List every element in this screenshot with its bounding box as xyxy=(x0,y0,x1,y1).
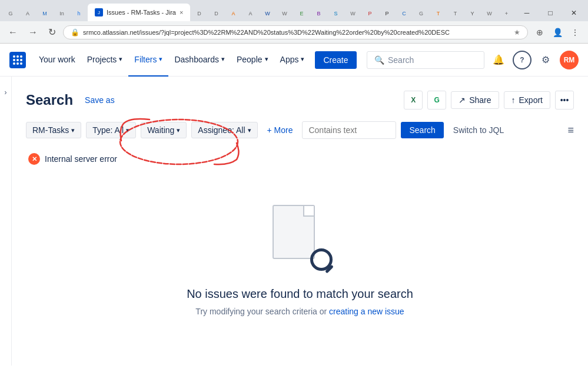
save-as-button[interactable]: Save as xyxy=(80,93,119,107)
filters-bar: RM-Tasks ▾ Type: All ▾ Waiting ▾ Assig xyxy=(26,121,574,139)
settings-btn[interactable]: ⚙ xyxy=(536,51,555,69)
nav-right: 🔍 Search 🔔 ? ⚙ RM xyxy=(367,51,579,69)
browser-toolbar: ← → ↻ 🔒 srmco.atlassian.net/issues/?jql=… xyxy=(0,21,588,44)
global-search[interactable]: 🔍 Search xyxy=(367,51,484,69)
nav-items: Your work Projects ▾ Filters ▾ Dashboard… xyxy=(33,44,367,77)
nav-projects[interactable]: Projects ▾ xyxy=(81,44,129,77)
apps-chevron: ▾ xyxy=(301,55,304,63)
list-view-icon: ≡ xyxy=(567,124,574,136)
create-button[interactable]: Create xyxy=(315,51,356,69)
empty-state-illustration xyxy=(268,205,333,276)
page-actions: X G ↗ Share ↑ Export ••• xyxy=(404,91,574,109)
sidebar-toggle[interactable]: › xyxy=(0,77,12,366)
search-icon: 🔍 xyxy=(374,55,384,65)
type-filter[interactable]: Type: All ▾ xyxy=(86,122,136,138)
browser-tabs: G A M In h J Issues - RM-Tasks - Jira × … xyxy=(0,0,588,21)
profile-icon[interactable]: 👤 xyxy=(549,24,566,41)
page-title: Search xyxy=(26,92,73,108)
error-row: ✕ Internal server error xyxy=(26,148,574,170)
export-button[interactable]: ↑ Export xyxy=(504,91,550,109)
nav-your-work[interactable]: Your work xyxy=(33,44,81,77)
minimize-btn[interactable]: ─ xyxy=(515,5,539,21)
more-actions-button[interactable]: ••• xyxy=(555,91,574,109)
assignee-filter[interactable]: Assignee: All ▾ xyxy=(191,122,257,138)
sheets-export-icon[interactable]: G xyxy=(427,91,446,109)
refresh-button[interactable]: ↻ xyxy=(45,24,59,40)
assignee-filter-chevron: ▾ xyxy=(248,127,251,134)
page-header: Search Save as X G ↗ Share ↑ Export xyxy=(26,91,574,109)
create-new-issue-link[interactable]: creating a new issue xyxy=(329,307,404,316)
address-bar[interactable]: 🔒 srmco.atlassian.net/issues/?jql=projec… xyxy=(63,25,528,39)
error-icon: ✕ xyxy=(28,153,40,165)
nav-people[interactable]: People ▾ xyxy=(231,44,274,77)
extensions-icon[interactable]: ⊕ xyxy=(531,24,548,41)
user-avatar[interactable]: RM xyxy=(560,51,579,69)
window-controls: ─ □ ✕ xyxy=(515,5,586,21)
status-filter-chevron: ▾ xyxy=(177,127,180,134)
error-message: Internal server error xyxy=(45,154,117,164)
nav-logo[interactable] xyxy=(9,52,26,68)
ellipsis-icon: ••• xyxy=(560,95,569,105)
projects-chevron: ▾ xyxy=(119,55,122,63)
doc-shape xyxy=(273,205,315,259)
contains-text-input[interactable] xyxy=(302,121,396,139)
logo-dots xyxy=(13,55,22,65)
filters-wrapper: RM-Tasks ▾ Type: All ▾ Waiting ▾ Assig xyxy=(26,121,574,139)
url-text: srmco.atlassian.net/issues/?jql=project%… xyxy=(83,29,510,36)
notifications-btn[interactable]: 🔔 xyxy=(489,51,508,69)
active-tab[interactable]: J Issues - RM-Tasks - Jira × xyxy=(88,4,190,21)
type-filter-chevron: ▾ xyxy=(126,127,129,134)
tab-title: Issues - RM-Tasks - Jira xyxy=(107,9,176,16)
nav-dashboards[interactable]: Dashboards ▾ xyxy=(168,44,231,77)
more-icon[interactable]: ⋮ xyxy=(567,24,583,41)
share-icon: ↗ xyxy=(459,95,466,105)
excel-export-icon[interactable]: X xyxy=(404,91,423,109)
share-button[interactable]: ↗ Share xyxy=(451,91,499,109)
project-filter-chevron: ▾ xyxy=(71,127,75,134)
page-layout: › Search Save as X G ↗ Share xyxy=(0,77,588,366)
doc-fold xyxy=(303,206,314,217)
more-filters-button[interactable]: + More xyxy=(263,122,298,138)
back-button[interactable]: ← xyxy=(5,25,21,40)
empty-state-title: No issues were found to match your searc… xyxy=(187,287,413,301)
project-filter[interactable]: RM-Tasks ▾ xyxy=(26,122,81,138)
browser-frame: G A M In h J Issues - RM-Tasks - Jira × … xyxy=(0,0,588,373)
tab-favicon: J xyxy=(95,8,103,16)
dashboards-chevron: ▾ xyxy=(221,55,225,63)
sidebar-arrow-icon: › xyxy=(5,88,7,97)
gear-icon: ⚙ xyxy=(542,54,550,65)
browser-toolbar-icons: ⊕ 👤 ⋮ xyxy=(531,24,583,41)
empty-state: No issues were found to match your searc… xyxy=(26,170,574,351)
export-icon: ↑ xyxy=(511,95,516,105)
filters-chevron: ▾ xyxy=(159,55,162,63)
bell-icon: 🔔 xyxy=(493,54,504,65)
app: Your work Projects ▾ Filters ▾ Dashboard… xyxy=(0,44,588,373)
maximize-btn[interactable]: □ xyxy=(539,5,562,21)
status-filter[interactable]: Waiting ▾ xyxy=(141,122,187,138)
nav-filters[interactable]: Filters ▾ xyxy=(128,44,168,77)
people-chevron: ▾ xyxy=(265,55,268,63)
forward-button[interactable]: → xyxy=(25,25,41,40)
close-btn[interactable]: ✕ xyxy=(562,5,586,21)
empty-state-subtitle: Try modifying your search criteria or cr… xyxy=(195,307,404,316)
tab-close-btn[interactable]: × xyxy=(180,9,183,16)
main-content: Search Save as X G ↗ Share ↑ Export xyxy=(12,77,588,366)
help-btn[interactable]: ? xyxy=(513,51,531,69)
page-title-area: Search Save as xyxy=(26,92,119,108)
nav-apps[interactable]: Apps ▾ xyxy=(274,44,311,77)
top-nav: Your work Projects ▾ Filters ▾ Dashboard… xyxy=(0,44,588,77)
search-button[interactable]: Search xyxy=(401,122,443,138)
view-toggle-button[interactable]: ≡ xyxy=(567,124,574,137)
switch-to-jql-button[interactable]: Switch to JQL xyxy=(449,122,509,138)
